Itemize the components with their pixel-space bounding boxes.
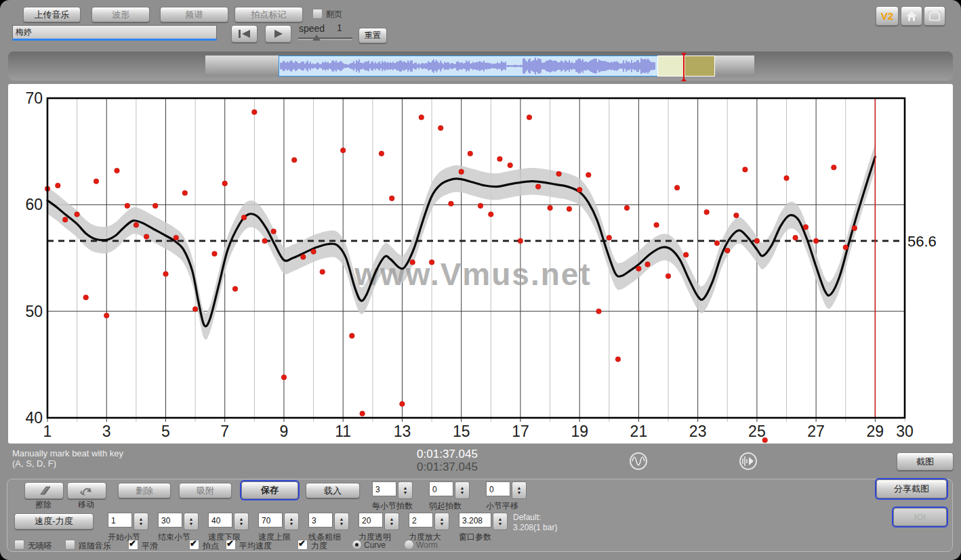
- bar-shift-arrows[interactable]: ▲▼: [512, 481, 527, 499]
- beat-point: [212, 251, 218, 257]
- erase-tool-button[interactable]: [24, 482, 64, 499]
- beat-point: [852, 225, 857, 231]
- waveform-strip[interactable]: [205, 56, 754, 77]
- end-bar-spinner[interactable]: 30: [158, 513, 182, 527]
- worm-radio[interactable]: [404, 540, 414, 550]
- waveform-loaded-region[interactable]: [279, 56, 659, 77]
- time-current: 0:01:37.045: [380, 448, 515, 461]
- waveform-selection[interactable]: [657, 56, 715, 77]
- beat-point: [222, 181, 228, 186]
- speed-slider-thumb[interactable]: [312, 35, 321, 41]
- smooth-checkbox[interactable]: [128, 540, 138, 550]
- delete-button[interactable]: 删除: [118, 483, 171, 498]
- curve-radio[interactable]: [352, 540, 362, 550]
- tempo-min-arrows[interactable]: ▲▼: [234, 513, 249, 530]
- skip-start-button[interactable]: [231, 25, 258, 43]
- beat-point: [163, 272, 169, 277]
- save-button[interactable]: 保存: [241, 481, 298, 499]
- y-tick-label: 50: [25, 303, 43, 320]
- play-button[interactable]: [265, 25, 291, 43]
- speed-slider-track[interactable]: [298, 37, 352, 40]
- eraser-icon: [35, 486, 53, 496]
- upload-music-button[interactable]: 上传音乐: [23, 7, 81, 22]
- window-param-arrows[interactable]: ▲▼: [493, 513, 508, 530]
- tempo-min-spinner[interactable]: 40: [208, 513, 232, 527]
- v2-button[interactable]: V2: [876, 6, 899, 26]
- erase-tool-label: 擦除: [24, 499, 62, 511]
- screenshot-button[interactable]: 截图: [897, 452, 954, 471]
- beat-point: [134, 222, 139, 228]
- beat-point: [468, 151, 473, 156]
- beat-point: [548, 205, 553, 211]
- ioi-button[interactable]: IOI: [893, 508, 947, 526]
- vmus-watermark: www.Vmus.net: [354, 257, 591, 292]
- beat-point: [666, 274, 671, 279]
- beat-point: [489, 212, 494, 217]
- title-input[interactable]: [12, 25, 217, 41]
- beat-point: [144, 234, 149, 240]
- play-icon: [274, 30, 283, 38]
- speed-value: 1: [337, 22, 342, 33]
- load-button[interactable]: 载入: [306, 483, 360, 498]
- beat-point: [683, 253, 689, 258]
- app-window: 上传音乐 波形 频谱 拍点标记 翻页 speed 1 重置 V2: [0, 0, 961, 560]
- beat-point: [241, 215, 247, 220]
- waveform-playhead[interactable]: [683, 53, 684, 79]
- start-bar-arrows[interactable]: ▲▼: [134, 513, 148, 530]
- line-width-arrows[interactable]: ▲▼: [334, 513, 349, 530]
- beat-points-checkbox[interactable]: [189, 540, 199, 550]
- tempo-chart[interactable]: www.Vmus.net56.6405060701357911131517192…: [8, 84, 953, 444]
- sine-wave-icon[interactable]: [630, 452, 647, 470]
- beat-point: [674, 185, 680, 190]
- start-bar-spinner[interactable]: 1: [108, 513, 132, 527]
- dynamics-opacity-arrows[interactable]: ▲▼: [384, 513, 399, 530]
- playhead-top-marker: [681, 53, 687, 56]
- beat-point: [182, 190, 188, 196]
- x-tick-label: 3: [102, 423, 111, 440]
- dynamics-opacity-spinner[interactable]: 20: [359, 513, 383, 527]
- share-screenshot-button[interactable]: 分享截图: [876, 479, 947, 498]
- selection-right-region: [685, 56, 714, 76]
- follow-music-checkbox[interactable]: [65, 540, 75, 550]
- fullscreen-button[interactable]: [924, 6, 945, 26]
- beat-point: [152, 203, 158, 209]
- waveform-button[interactable]: 波形: [91, 7, 150, 22]
- tempo-max-spinner[interactable]: 70: [258, 513, 283, 527]
- end-bar-arrows[interactable]: ▲▼: [184, 513, 199, 530]
- line-width-spinner[interactable]: 3: [308, 513, 333, 527]
- home-button[interactable]: [901, 6, 922, 26]
- bar-shift-spinner[interactable]: 0: [486, 481, 510, 496]
- dynamics-checkbox[interactable]: [298, 540, 308, 550]
- beat-point: [192, 307, 198, 312]
- dynamics-scale-arrows[interactable]: ▲▼: [434, 513, 449, 530]
- audio-wave-icon[interactable]: [739, 452, 757, 470]
- beats-per-bar-spinner[interactable]: 3: [372, 481, 396, 496]
- beat-point: [754, 238, 760, 244]
- beat-point: [94, 179, 99, 184]
- reset-speed-button[interactable]: 重置: [359, 28, 387, 43]
- tempo-dynamics-button[interactable]: 速度-力度: [14, 513, 94, 530]
- move-tool-button[interactable]: [67, 482, 106, 499]
- beat-point: [83, 295, 89, 300]
- page-turn-checkbox[interactable]: [312, 9, 323, 19]
- spectrum-button[interactable]: 频谱: [160, 7, 228, 22]
- beat-point: [832, 165, 837, 171]
- beat-point: [567, 207, 572, 212]
- pickup-beats-arrows[interactable]: ▲▼: [455, 481, 470, 499]
- avg-tempo-label: 平均速度: [239, 540, 272, 552]
- fullscreen-icon: [928, 11, 941, 22]
- no-click-checkbox[interactable]: [14, 540, 24, 550]
- beat-key-hint-line1: Manually mark beat with key: [12, 448, 123, 458]
- snap-button[interactable]: 吸附: [179, 483, 232, 498]
- window-param-spinner[interactable]: 3.208: [459, 513, 491, 527]
- avg-tempo-checkbox[interactable]: [226, 540, 236, 550]
- beat-point: [449, 201, 454, 207]
- beat-point: [350, 333, 355, 339]
- beat-mark-button[interactable]: 拍点标记: [234, 7, 303, 22]
- beat-point: [813, 238, 819, 244]
- tempo-max-arrows[interactable]: ▲▼: [284, 513, 299, 530]
- beats-per-bar-arrows[interactable]: ▲▼: [398, 481, 413, 499]
- dynamics-scale-spinner[interactable]: 2: [409, 513, 433, 527]
- beat-point: [311, 249, 316, 255]
- pickup-beats-spinner[interactable]: 0: [429, 481, 453, 496]
